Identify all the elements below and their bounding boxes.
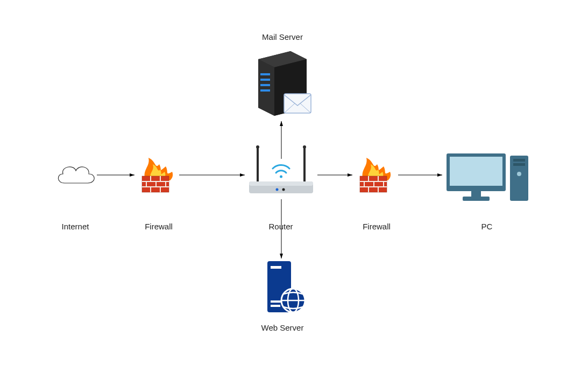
svg-point-17 [276, 188, 279, 191]
svg-rect-34 [513, 159, 525, 162]
router-icon [245, 137, 317, 199]
node-router [245, 137, 317, 199]
node-firewall-1 [134, 148, 183, 197]
svg-rect-16 [249, 181, 313, 186]
web-server-icon [261, 258, 309, 318]
svg-marker-40 [258, 59, 274, 116]
svg-rect-32 [463, 197, 490, 201]
node-internet [51, 159, 100, 191]
node-webserver [261, 258, 309, 318]
firewall-icon [352, 148, 401, 197]
svg-rect-41 [260, 73, 270, 75]
svg-point-13 [303, 145, 306, 149]
svg-rect-33 [510, 156, 528, 201]
firewall-icon [134, 148, 183, 197]
svg-rect-45 [284, 94, 311, 113]
node-firewall-2 [352, 148, 401, 197]
svg-rect-49 [271, 305, 280, 307]
svg-point-18 [282, 188, 285, 191]
label-mailserver: Mail Server [245, 32, 320, 41]
node-pc [441, 148, 533, 207]
diagram-canvas: Internet F [0, 0, 588, 385]
label-router: Router [243, 222, 318, 231]
svg-rect-42 [260, 79, 270, 81]
svg-point-14 [280, 176, 282, 178]
label-pc: PC [449, 222, 525, 231]
cloud-icon [51, 159, 100, 191]
label-webserver: Web Server [245, 323, 320, 332]
label-firewall-2: Firewall [339, 222, 414, 231]
label-internet: Internet [38, 222, 113, 231]
pc-icon [441, 148, 533, 207]
svg-rect-35 [513, 163, 525, 166]
svg-point-36 [517, 172, 521, 176]
svg-rect-11 [303, 147, 306, 184]
svg-point-12 [256, 145, 259, 149]
svg-rect-10 [257, 147, 259, 184]
svg-rect-31 [471, 191, 481, 197]
node-mailserver [253, 48, 315, 118]
label-firewall-1: Firewall [121, 222, 196, 231]
mail-server-icon [253, 48, 315, 118]
svg-rect-47 [271, 266, 281, 269]
svg-rect-30 [450, 157, 502, 186]
svg-rect-44 [260, 89, 270, 92]
svg-rect-43 [260, 84, 270, 86]
